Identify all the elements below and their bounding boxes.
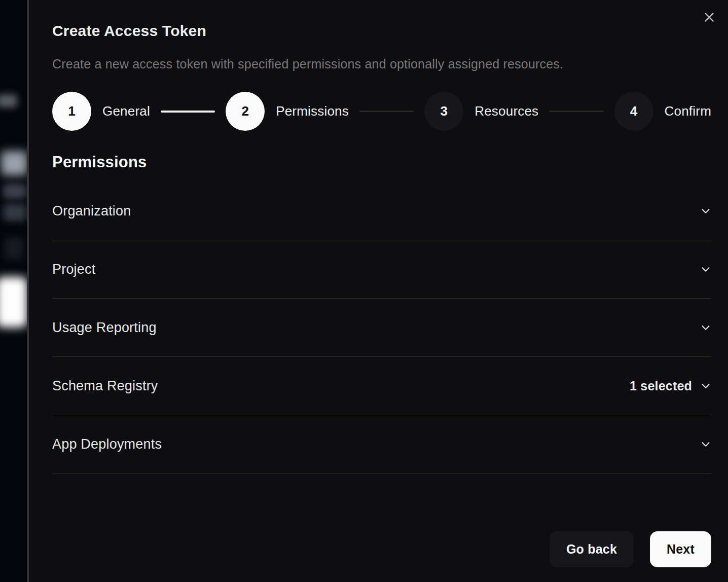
section-heading: Permissions xyxy=(52,153,711,171)
next-button[interactable]: Next xyxy=(650,531,711,567)
selected-count: 1 selected xyxy=(630,379,692,393)
step-connector xyxy=(359,111,414,112)
accordion-row-app-deployments[interactable]: App Deployments xyxy=(52,415,711,474)
step-number-circle: 4 xyxy=(614,92,653,131)
chevron-down-icon xyxy=(700,439,711,450)
background-blur-heading xyxy=(1,151,27,175)
background-blur-text xyxy=(3,184,26,199)
accordion-label: App Deployments xyxy=(52,437,162,452)
step-general[interactable]: 1 General xyxy=(52,92,150,131)
accordion-row-usage-reporting[interactable]: Usage Reporting xyxy=(52,299,711,357)
accordion-label: Organization xyxy=(52,203,131,219)
modal-title: Create Access Token xyxy=(52,21,711,41)
step-number-circle: 1 xyxy=(52,92,91,131)
accordion-label: Schema Registry xyxy=(52,378,158,394)
stepper: 1 General 2 Permissions 3 Resources 4 Co… xyxy=(52,92,711,131)
background-blur-card xyxy=(0,277,27,328)
step-resources[interactable]: 3 Resources xyxy=(424,92,538,131)
accordion-label: Usage Reporting xyxy=(52,320,157,336)
create-access-token-modal: Create Access Token Create a new access … xyxy=(27,0,728,582)
chevron-down-icon xyxy=(700,380,711,391)
step-connector xyxy=(549,111,603,112)
chevron-down-icon xyxy=(700,264,711,275)
close-icon xyxy=(703,11,716,25)
step-label: Permissions xyxy=(276,103,349,119)
step-label: General xyxy=(102,103,150,119)
modal-subtitle: Create a new access token with specified… xyxy=(52,56,711,72)
background-blur-text xyxy=(0,94,17,107)
accordion-row-organization[interactable]: Organization xyxy=(52,182,711,240)
permissions-accordion: Organization Project Usage Reporting xyxy=(52,182,711,474)
accordion-row-project[interactable]: Project xyxy=(52,240,711,299)
close-button[interactable] xyxy=(701,9,718,26)
step-label: Resources xyxy=(475,103,538,119)
modal-footer: Go back Next xyxy=(52,531,711,567)
background-page xyxy=(0,0,28,582)
step-confirm[interactable]: 4 Confirm xyxy=(614,92,711,131)
background-blur-text xyxy=(3,204,26,221)
accordion-label: Project xyxy=(52,262,95,277)
step-connector xyxy=(161,111,215,113)
chevron-down-icon xyxy=(700,205,711,216)
go-back-button[interactable]: Go back xyxy=(550,531,634,567)
step-number-circle: 3 xyxy=(424,92,463,131)
background-blur-icon xyxy=(4,237,23,260)
step-number-circle: 2 xyxy=(226,92,265,131)
step-label: Confirm xyxy=(665,103,711,119)
accordion-row-schema-registry[interactable]: Schema Registry 1 selected xyxy=(52,357,711,415)
step-permissions[interactable]: 2 Permissions xyxy=(226,92,349,131)
chevron-down-icon xyxy=(700,322,711,333)
